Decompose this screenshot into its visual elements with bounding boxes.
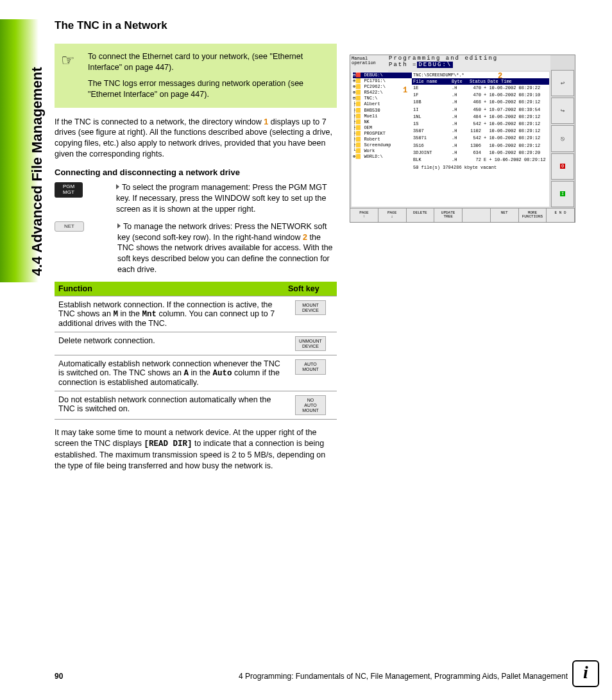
softkey[interactable] — [463, 208, 491, 222]
tool-icon[interactable]: ⎋ — [551, 125, 574, 151]
softkey[interactable]: NET — [491, 208, 519, 222]
tool-icon[interactable]: 0 — [551, 153, 574, 180]
chapter-label: 4 Programming: Fundamentals of NC, File … — [239, 672, 568, 681]
tool-icon[interactable]: ↩ — [551, 70, 574, 96]
callout-1: 1 — [403, 86, 407, 95]
pgm-mgt-key: PGM MGT — [55, 182, 83, 198]
mount-device-key: MOUNT DEVICE — [295, 300, 326, 315]
main-content: The TNC in a Network ☞ To connect the Et… — [55, 19, 337, 479]
step-1: PGM MGT To select the program management… — [55, 182, 337, 215]
tool-icon[interactable]: I — [551, 181, 574, 207]
status-line: 50 file(s) 3794286 kbyte vacant — [412, 164, 549, 171]
hand-point-icon: ☞ — [61, 50, 75, 71]
toolbar-right: ↩ ↪ ⎋ 0 I — [550, 69, 575, 208]
note-box: ☞ To connect the Ethernet card to your n… — [55, 44, 337, 108]
file-list[interactable]: TNC:\SCREENDUMP\*.* File nameByteStatusD… — [412, 72, 549, 207]
table-row: Automatically establish network connecti… — [55, 355, 337, 391]
dir-label: TNC:\SCREENDUMP\*.* — [412, 72, 549, 78]
no-auto-mount-key: NO AUTO MOUNT — [295, 395, 326, 415]
page-number: 90 — [55, 672, 63, 681]
tnc-screenshot: Manual operation Programming and editing… — [350, 55, 575, 223]
table-row: Do not establish network connection auto… — [55, 391, 337, 420]
callout-2: 2 — [498, 72, 502, 81]
note-p1: To connect the Ethernet card to your net… — [88, 51, 330, 73]
step-1-text: To select the program management: Press … — [90, 182, 337, 215]
intro-para: If the TNC is connected to a network, th… — [55, 117, 337, 160]
closing-para: It may take some time to mount a network… — [55, 427, 337, 472]
net-softkey: NET — [55, 221, 84, 232]
col-function: Function — [55, 282, 284, 296]
page-footer: 90 4 Programming: Fundamentals of NC, Fi… — [55, 672, 568, 681]
step-2-text: To manage the network drives: Press the … — [92, 221, 337, 275]
softkey[interactable]: PAGE ↑ — [350, 208, 378, 222]
screen-title: Programming and editing Path =DEBUG:\ — [386, 55, 550, 71]
callout-ref-2: 2 — [303, 233, 307, 242]
col-softkey: Soft key — [284, 282, 337, 296]
table-row: Delete network connection. UNMOUNT DEVIC… — [55, 332, 337, 355]
softkey-row: PAGE ↑PAGE ↓DELETE UPDATE TREENETMORE FU… — [350, 208, 575, 222]
info-icon: i — [572, 660, 599, 687]
subheading: Connecting and disconnecting a network d… — [55, 167, 337, 177]
auto-mount-key: AUTO MOUNT — [295, 359, 326, 374]
softkey-table: Function Soft key Establish network conn… — [55, 282, 337, 420]
section-label: 4.4 Advanced File Management — [29, 67, 46, 276]
unmount-device-key: UNMOUNT DEVICE — [295, 336, 326, 351]
step-2: NET To manage the network drives: Press … — [55, 221, 337, 275]
tool-icon[interactable]: ↪ — [551, 98, 574, 124]
file-list-header: File nameByteStatusDate Time — [412, 78, 549, 85]
softkey[interactable]: MORE FUNCTIONS — [519, 208, 547, 222]
table-row: Establish network connection. If the con… — [55, 296, 337, 332]
softkey[interactable]: DELETE — [407, 208, 435, 222]
softkey[interactable]: E N D — [547, 208, 575, 222]
note-p2: The TNC logs error messages during netwo… — [88, 78, 330, 100]
page-title: The TNC in a Network — [55, 19, 337, 32]
mode-label: Manual operation — [350, 55, 388, 72]
softkey[interactable]: PAGE ↓ — [378, 208, 407, 222]
softkey[interactable]: UPDATE TREE — [434, 208, 463, 222]
